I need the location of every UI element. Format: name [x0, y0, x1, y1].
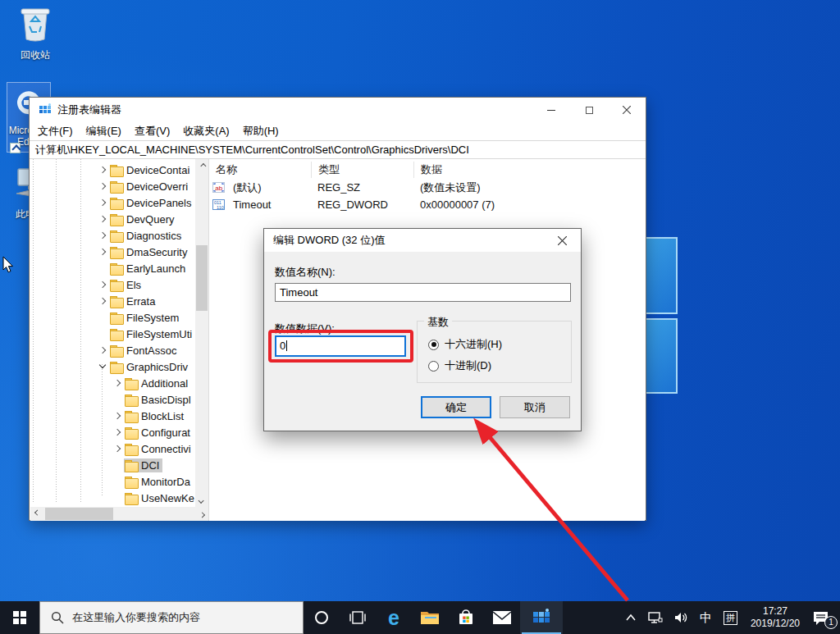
expand-chevron-icon[interactable]: [98, 213, 109, 225]
tree-item-Diagnostics[interactable]: Diagnostics: [30, 227, 194, 244]
value-name: Timeout: [233, 198, 271, 211]
tree-item-DeviceContai[interactable]: DeviceContai: [30, 162, 194, 178]
tree-item-label: DevQuery: [126, 213, 175, 226]
folder-icon: [110, 280, 123, 290]
title-bar[interactable]: 注册表编辑器: [30, 98, 646, 122]
registry-tree-panel[interactable]: DeviceContaiDeviceOverriDevicePanelsDevQ…: [30, 159, 208, 521]
menu-item-编辑[interactable]: 编辑(E): [80, 122, 128, 140]
windows-logo-icon: [13, 611, 26, 624]
expand-chevron-icon[interactable]: [112, 410, 124, 422]
folder-icon: [125, 395, 138, 405]
minimize-button[interactable]: [532, 98, 570, 122]
base-group-box: 基数 十六进制(H) 十进制(D): [417, 321, 572, 383]
address-bar[interactable]: 计算机\HKEY_LOCAL_MACHINE\SYSTEM\CurrentCon…: [30, 140, 646, 159]
scroll-down-icon[interactable]: [195, 494, 208, 507]
tree-item-FontAssoc[interactable]: FontAssoc: [30, 342, 194, 358]
scroll-right-icon[interactable]: [195, 507, 208, 520]
tree-item-Errata[interactable]: Errata: [30, 293, 194, 309]
tray-clock[interactable]: 17:27 2019/12/20: [743, 601, 807, 634]
expand-chevron-icon[interactable]: [98, 197, 109, 208]
tree-item-GraphicsDriv[interactable]: GraphicsDriv: [30, 358, 194, 375]
hexadecimal-radio[interactable]: 十六进制(H): [428, 337, 502, 352]
taskbar-edge-button[interactable]: e: [376, 601, 412, 634]
tray-ime-language-button[interactable]: 中: [694, 601, 718, 634]
tree-item-MonitorDa[interactable]: MonitorDa: [30, 473, 194, 490]
menu-bar: 文件(F)编辑(E)查看(V)收藏夹(A)帮助(H): [30, 122, 646, 140]
column-header-name[interactable]: 名称: [209, 162, 311, 178]
taskbar-registry-editor-button-active[interactable]: [520, 601, 563, 634]
folder-icon: [125, 427, 138, 438]
expand-chevron-icon[interactable]: [98, 230, 109, 241]
decimal-radio[interactable]: 十进制(D): [428, 358, 491, 373]
menu-item-查看[interactable]: 查看(V): [128, 122, 176, 140]
column-header-type[interactable]: 类型: [311, 162, 413, 178]
tree-item-FileSystemUti[interactable]: FileSystemUti: [30, 326, 194, 342]
tree-horizontal-scrollbar[interactable]: [30, 507, 208, 521]
collapse-chevron-icon[interactable]: [98, 361, 109, 372]
tree-item-EarlyLaunch[interactable]: EarlyLaunch: [30, 260, 194, 276]
tree-item-UseNewKe[interactable]: UseNewKe: [30, 490, 194, 506]
action-center-button[interactable]: 1: [807, 601, 840, 634]
dialog-close-button[interactable]: [544, 229, 581, 252]
menu-item-文件[interactable]: 文件(F): [31, 122, 80, 140]
tree-item-Additional[interactable]: Additional: [30, 375, 194, 391]
menu-item-帮助[interactable]: 帮助(H): [236, 122, 285, 140]
expand-chevron-icon[interactable]: [112, 443, 124, 454]
expand-chevron-icon[interactable]: [98, 180, 109, 192]
folder-icon: [125, 477, 138, 487]
tree-item-DCI[interactable]: DCI: [30, 457, 194, 473]
tree-item-FileSystem[interactable]: FileSystem: [30, 309, 194, 326]
expand-chevron-icon[interactable]: [98, 344, 109, 356]
close-button[interactable]: [608, 98, 646, 122]
expand-chevron-icon[interactable]: [98, 295, 109, 307]
task-view-icon: [349, 611, 366, 624]
tray-network-button[interactable]: [642, 601, 669, 634]
maximize-button[interactable]: [570, 98, 608, 122]
value-row-Timeout[interactable]: 011110TimeoutREG_DWORD0x00000007 (7): [209, 196, 645, 213]
tray-show-hidden-icons-button[interactable]: [619, 601, 642, 634]
tree-item-label: UseNewKe: [141, 492, 194, 504]
tree-vertical-scrollbar[interactable]: [195, 159, 208, 507]
tree-item-Configurat[interactable]: Configurat: [30, 424, 194, 440]
start-button[interactable]: [0, 601, 39, 634]
ok-button[interactable]: 确定: [421, 396, 491, 418]
tree-leaf-spacer: [98, 262, 109, 274]
tree-item-DeviceOverri[interactable]: DeviceOverri: [30, 178, 194, 194]
tree-item-Els[interactable]: Els: [30, 276, 194, 293]
value-name-field[interactable]: Timeout: [275, 283, 571, 302]
tray-volume-button[interactable]: [669, 601, 694, 634]
column-header-data[interactable]: 数据: [413, 162, 645, 178]
hexadecimal-radio-label: 十六进制(H): [445, 337, 502, 352]
cancel-button[interactable]: 取消: [500, 396, 570, 418]
taskbar-search-box[interactable]: 在这里输入你要搜索的内容: [39, 601, 304, 634]
scroll-up-icon[interactable]: [195, 159, 208, 172]
tree-item-BasicDispl[interactable]: BasicDispl: [30, 391, 194, 408]
tree-item-DevicePanels[interactable]: DevicePanels: [30, 194, 194, 211]
taskbar-file-explorer-button[interactable]: [412, 601, 448, 634]
value-row-(默认)[interactable]: ab(默认)REG_SZ(数值未设置): [209, 179, 645, 196]
scrollbar-thumb[interactable]: [45, 508, 113, 520]
expand-chevron-icon[interactable]: [98, 279, 109, 290]
dialog-title-bar[interactable]: 编辑 DWORD (32 位)值: [264, 229, 581, 252]
scrollbar-thumb[interactable]: [196, 245, 208, 311]
desktop-icon-label: 回收站: [10, 48, 61, 62]
desktop-icon-recycle-bin[interactable]: 回收站: [10, 5, 61, 62]
volume-icon: [674, 612, 688, 623]
tree-item-Connectivi[interactable]: Connectivi: [30, 440, 194, 457]
menu-item-收藏夹[interactable]: 收藏夹(A): [176, 122, 235, 140]
expand-chevron-icon[interactable]: [98, 164, 109, 176]
expand-chevron-icon[interactable]: [112, 377, 124, 389]
scroll-left-icon[interactable]: [30, 507, 43, 520]
tree-item-DevQuery[interactable]: DevQuery: [30, 211, 194, 227]
expand-chevron-icon[interactable]: [112, 426, 124, 438]
tree-item-DmaSecurity[interactable]: DmaSecurity: [30, 244, 194, 260]
task-view-button[interactable]: [340, 601, 376, 634]
tree-item-BlockList[interactable]: BlockList: [30, 408, 194, 424]
taskbar-store-button[interactable]: [448, 601, 484, 634]
expand-chevron-icon[interactable]: [98, 246, 109, 258]
cortana-button[interactable]: [304, 601, 340, 634]
radio-unselected-icon: [428, 361, 439, 372]
taskbar-mail-button[interactable]: [484, 601, 520, 634]
tray-ime-mode-button[interactable]: 拼: [718, 601, 743, 634]
tree-item-label: FileSystemUti: [126, 328, 192, 340]
